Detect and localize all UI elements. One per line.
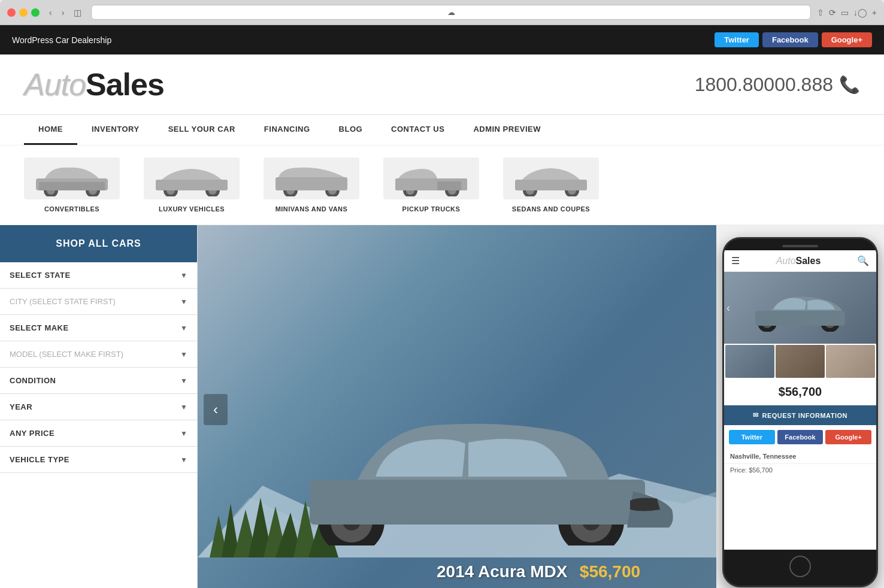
category-convertibles[interactable]: CONVERTIBLES — [24, 157, 120, 213]
minivans-image — [264, 157, 359, 199]
nav-inventory[interactable]: INVENTORY — [77, 115, 154, 145]
svg-rect-15 — [276, 177, 347, 190]
filter-vehicle-type-arrow: ▼ — [180, 456, 187, 464]
nav-sell-car[interactable]: SELL YOUR CAR — [154, 115, 250, 145]
car-info: 2014 Acura MDX $56,700 — [437, 562, 640, 581]
phone-icon: 📞 — [839, 75, 860, 95]
sidebar: SHOP ALL CARS SELECT STATE ▼ CITY (SELEC… — [0, 225, 198, 588]
mobile-price: $56,700 — [724, 379, 876, 405]
filter-model-arrow: ▼ — [180, 350, 187, 359]
back-button[interactable]: ‹ — [46, 7, 56, 19]
forward-button[interactable]: › — [58, 7, 68, 19]
logo-auto: Auto — [24, 66, 86, 102]
browser-navigation: ‹ › ◫ — [46, 7, 85, 19]
google-button[interactable]: Google+ — [822, 32, 872, 47]
mobile-logo-sales: Sales — [796, 256, 821, 266]
filter-model-label: MODEL (SELECT MAKE FIRST) — [10, 350, 123, 359]
filter-make[interactable]: SELECT MAKE ▼ — [0, 315, 197, 341]
category-trucks[interactable]: PICKUP TRUCKS — [383, 157, 479, 213]
filter-condition-label: CONDITION — [10, 376, 56, 385]
mobile-search-icon[interactable]: 🔍 — [857, 255, 869, 266]
nav-contact[interactable]: CONTACT US — [377, 115, 459, 145]
main-content: SHOP ALL CARS SELECT STATE ▼ CITY (SELEC… — [0, 225, 884, 588]
nav-financing[interactable]: FINANCING — [250, 115, 325, 145]
phone-number: 1800.80000.888 — [695, 74, 833, 96]
filter-make-arrow: ▼ — [180, 324, 187, 332]
phone-area: 1800.80000.888 📞 — [695, 74, 860, 96]
filter-condition-arrow: ▼ — [180, 377, 187, 385]
sedans-label: SEDANS AND COUPES — [512, 205, 590, 213]
mobile-twitter-button[interactable]: Twitter — [729, 430, 775, 444]
share-button[interactable]: ⇧ — [817, 8, 824, 17]
dot-yellow[interactable] — [19, 8, 28, 17]
mobile-google-button[interactable]: Google+ — [825, 430, 871, 444]
logo[interactable]: Auto Sales — [24, 66, 164, 102]
filter-year-arrow: ▼ — [180, 403, 187, 411]
mobile-home-area — [724, 550, 876, 586]
filter-city-label: CITY (SELECT STATE FIRST) — [10, 297, 116, 306]
minivans-label: MINIVANS AND VANS — [276, 205, 348, 213]
mobile-thumb-3[interactable] — [826, 345, 875, 378]
filter-state[interactable]: SELECT STATE ▼ — [0, 262, 197, 289]
mobile-logo: Auto Sales — [776, 256, 821, 266]
category-luxury[interactable]: LUXURY VEHICLES — [144, 157, 240, 213]
navigation-bar: HOME INVENTORY SELL YOUR CAR FINANCING B… — [0, 114, 884, 145]
website: WordPress Car Dealership Twitter Faceboo… — [0, 25, 884, 588]
mobile-request-button[interactable]: ✉ REQUEST INFORMATION — [724, 405, 876, 425]
convertibles-image — [24, 157, 120, 199]
trucks-label: PICKUP TRUCKS — [402, 205, 461, 213]
svg-rect-43 — [310, 480, 645, 525]
nav-admin[interactable]: ADMIN PREVIEW — [459, 115, 555, 145]
duplicate-button[interactable]: ▭ — [841, 8, 849, 17]
address-bar[interactable]: ☁ — [91, 5, 810, 20]
mobile-speaker — [724, 239, 876, 250]
filter-price-arrow: ▼ — [180, 429, 187, 438]
svg-rect-49 — [755, 311, 845, 326]
facebook-button[interactable]: Facebook — [762, 32, 818, 47]
filter-vehicle-type[interactable]: VEHICLE TYPE ▼ — [0, 447, 197, 473]
trucks-image — [383, 157, 479, 199]
mobile-facebook-button[interactable]: Facebook — [777, 430, 824, 444]
mobile-thumb-1[interactable] — [725, 345, 774, 378]
filter-price[interactable]: ANY PRICE ▼ — [0, 420, 197, 447]
speaker-bar — [782, 245, 818, 247]
dot-red[interactable] — [7, 8, 16, 17]
mobile-car-svg — [746, 284, 854, 332]
nav-blog[interactable]: BLOG — [325, 115, 377, 145]
slider-prev-button[interactable]: ‹ — [204, 394, 228, 425]
mobile-mockup: ☰ Auto Sales 🔍 — [722, 237, 878, 587]
dot-green[interactable] — [31, 8, 40, 17]
mobile-hamburger-icon[interactable]: ☰ — [731, 255, 740, 266]
category-sedans[interactable]: SEDANS AND COUPES — [503, 157, 599, 213]
filter-price-label: ANY PRICE — [10, 429, 55, 438]
filter-make-label: SELECT MAKE — [10, 323, 69, 332]
twitter-button[interactable]: Twitter — [715, 32, 759, 47]
filter-city[interactable]: CITY (SELECT STATE FIRST) ▼ — [0, 289, 197, 315]
svg-rect-10 — [156, 180, 228, 190]
refresh-button[interactable]: ⟳ — [829, 8, 836, 17]
filter-year-label: YEAR — [10, 402, 32, 411]
mobile-home-button[interactable] — [789, 556, 811, 577]
luxury-label: LUXURY VEHICLES — [159, 205, 225, 213]
social-buttons: Twitter Facebook Google+ — [715, 32, 872, 47]
mobile-chevron-left-icon[interactable]: ‹ — [726, 302, 730, 314]
envelope-icon: ✉ — [753, 411, 759, 419]
header: Auto Sales 1800.80000.888 📞 — [0, 54, 884, 114]
mobile-hero-image: ‹ — [724, 272, 876, 344]
category-minivans[interactable]: MINIVANS AND VANS — [264, 157, 359, 213]
mobile-thumb-2[interactable] — [776, 345, 825, 378]
logo-sales: Sales — [86, 66, 164, 102]
filter-condition[interactable]: CONDITION ▼ — [0, 368, 197, 394]
featured-car — [274, 366, 681, 545]
add-tab-button[interactable]: + — [872, 8, 877, 17]
nav-home[interactable]: HOME — [24, 114, 77, 145]
filter-year[interactable]: YEAR ▼ — [0, 394, 197, 420]
download-button[interactable]: ↓◯ — [853, 8, 867, 17]
shop-all-button[interactable]: SHOP ALL CARS — [0, 225, 197, 262]
cloud-icon: ☁ — [447, 8, 455, 17]
filter-model[interactable]: MODEL (SELECT MAKE FIRST) ▼ — [0, 341, 197, 368]
car-price: $56,700 — [580, 562, 640, 581]
sidebar-toggle-button[interactable]: ◫ — [70, 7, 85, 19]
site-brand: WordPress Car Dealership — [12, 35, 111, 45]
car-slider: 2014 Acura MDX $56,700 ‹ — [198, 225, 716, 588]
